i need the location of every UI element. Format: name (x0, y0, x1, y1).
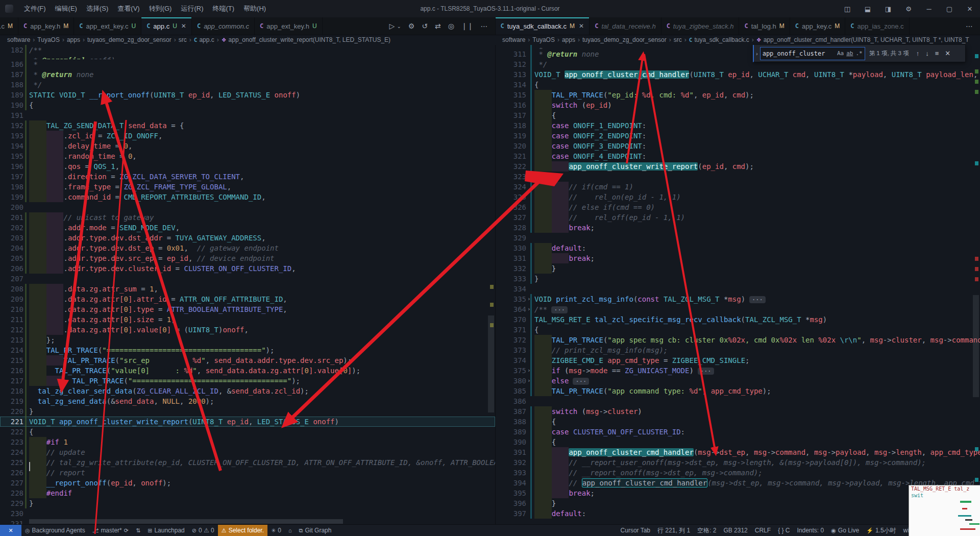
menu-终端[interactable]: 终端(T) (208, 0, 239, 17)
whole-word-icon[interactable]: ab (846, 50, 853, 57)
tab-app_common.c[interactable]: Capp_common.c (192, 17, 255, 35)
code-line-214: 214 TAL_PR_TRACE("======================… (0, 345, 495, 355)
gutter-modified-mark (530, 294, 532, 304)
breadcrumb-file[interactable]: app.c (199, 36, 214, 43)
toggle-panel-icon[interactable]: ⬓ (857, 0, 878, 17)
statusbar-label: GB 2312 (723, 527, 747, 534)
statusbar-cursor-tab[interactable]: Cursor Tab (617, 525, 654, 536)
statusbar-git-graph[interactable]: ⧉Git Graph (296, 525, 335, 536)
tab-o_key.c[interactable]: Co_key.cM (0, 17, 18, 35)
statusbar-eol[interactable]: CRLF (751, 525, 774, 536)
breadcrumb-item[interactable]: software (7, 36, 30, 43)
tab-close-icon[interactable]: ✕ (181, 22, 186, 30)
breadcrumb-item[interactable]: tuyaos_demo_zg_door_sensor (87, 36, 172, 43)
statusbar-launchpad[interactable]: ⊞Launchpad (144, 525, 188, 536)
find-in-selection-icon[interactable]: ≡ (935, 50, 939, 57)
menu-转到[interactable]: 转到(G) (144, 0, 177, 17)
code-line-206: 206 .addr.type.dev.cluster_id = CLUSTER_… (0, 263, 495, 274)
breadcrumb-item[interactable]: src (179, 36, 187, 43)
tab-label: tuya_zigbee_stack.h (673, 22, 734, 30)
tab-app_ias_zone.c[interactable]: Capp_ias_zone.c (845, 17, 909, 35)
gear-icon[interactable]: ⚙ (408, 22, 415, 30)
statusbar-indents[interactable]: Indents: 0 (793, 525, 827, 536)
statusbar-background-agents[interactable]: ◎Background Agents (21, 525, 89, 536)
statusbar-encoding[interactable]: GB 2312 (720, 525, 751, 536)
breadcrumb-symbol[interactable]: app_onoff_cluster_write_report(UINT8_T, … (229, 36, 390, 43)
tab-tal_log.h[interactable]: Ctal_log.hM (739, 17, 790, 35)
find-expand-chevron-icon[interactable]: › (754, 51, 760, 57)
statusbar-counter[interactable]: ✳0 (267, 525, 285, 536)
line-number: 224 (0, 447, 23, 457)
code-line-314: 314{ (496, 80, 980, 90)
minimize-icon[interactable]: ─ (919, 0, 939, 17)
line-number: 334 (498, 284, 526, 294)
find-close-icon[interactable]: ✕ (945, 50, 950, 57)
menu-文件[interactable]: 文件(F) (19, 0, 51, 17)
run-play-icon[interactable]: ▷ (389, 22, 395, 30)
breadcrumb-item[interactable]: software (502, 36, 525, 43)
toggle-secondary-sidebar-icon[interactable]: ◨ (878, 0, 898, 17)
overview-ruler-mark (490, 285, 494, 289)
chevron-down-icon[interactable]: ⌄ (397, 23, 401, 29)
menu-查看[interactable]: 查看(V) (113, 0, 144, 17)
statusbar-indentation[interactable]: 空格: 2 (694, 525, 720, 536)
regex-icon[interactable]: .* (855, 50, 862, 57)
horizontal-scrollbar[interactable] (29, 519, 343, 524)
breadcrumb-item[interactable]: apps (562, 36, 575, 43)
statusbar-sync-arrows[interactable]: ⇅ (132, 525, 144, 536)
statusbar-remote-indicator[interactable]: ✕ (0, 525, 21, 536)
breadcrumb-item[interactable]: tuyaos_demo_zg_door_sensor (582, 36, 667, 43)
gutter-modified-mark (25, 366, 27, 376)
settings-gear-icon[interactable]: ⚙ (898, 0, 919, 17)
tab-tal_data_receive.h[interactable]: Ctal_data_receive.h (590, 17, 661, 35)
history-icon[interactable]: ↺ (422, 22, 428, 30)
statusbar-time-tracker[interactable]: ⚡1.5小时 (863, 525, 899, 536)
match-case-icon[interactable]: Aa (837, 50, 844, 57)
record-icon[interactable]: ◎ (448, 22, 454, 30)
editor-left[interactable]: 182/** * @param[in] onoff)186 *187 * @re… (0, 45, 496, 525)
ellipsis-icon[interactable]: ⋯ (966, 22, 973, 30)
statusbar-go-live[interactable]: ◉Go Live (827, 525, 863, 536)
tab-tuya_sdk_callback.c[interactable]: Ctuya_sdk_callback.cM✕ (496, 17, 590, 35)
menu-帮助[interactable]: 帮助(H) (239, 0, 271, 17)
tab-tuya_zigbee_stack.h[interactable]: Ctuya_zigbee_stack.h (662, 17, 740, 35)
breadcrumb-left[interactable]: software›TuyaOS›apps›tuyaos_demo_zg_door… (7, 35, 487, 45)
breadcrumb-symbol[interactable]: app_onoff_cluster_cmd_handler(UINT8_T, U… (764, 36, 969, 43)
statusbar-home[interactable]: ⌂ (285, 525, 296, 536)
close-icon[interactable]: ✕ (960, 0, 980, 17)
menu-运行[interactable]: 运行(R) (176, 0, 208, 17)
statusbar-select-folder-warning[interactable]: ⚠Select folder. (218, 525, 267, 536)
vertical-scrollbar[interactable] (488, 315, 494, 412)
breadcrumb-item[interactable]: TuyaOS (532, 36, 555, 43)
editor-right[interactable]: *311 * @return none312 */313VOID_T app_o… (496, 45, 980, 525)
menu-编辑[interactable]: 编辑(E) (51, 0, 82, 17)
tab-app_key.c[interactable]: Capp_key.cM (790, 17, 846, 35)
statusbar-problems[interactable]: ⊘0 ⚠ 0 (188, 525, 218, 536)
statusbar-git-branch[interactable]: ⎇master*⟳ (89, 525, 132, 536)
breadcrumb-right[interactable]: software›TuyaOS›apps›tuyaos_demo_zg_door… (502, 35, 980, 45)
breadcrumb-item[interactable]: apps (67, 36, 80, 43)
statusbar-cursor-position[interactable]: 行 221, 列 1 (654, 525, 694, 536)
tab-app_ext_key.h[interactable]: Capp_ext_key.hU (255, 17, 323, 35)
find-next-icon[interactable]: ↓ (925, 50, 929, 57)
breadcrumb-item[interactable]: TuyaOS (37, 36, 60, 43)
find-input[interactable]: app_onoff_cluster Aa ab .* (760, 47, 865, 60)
restore-icon[interactable]: ▢ (939, 0, 960, 17)
breadcrumb-file[interactable]: tuya_sdk_callback.c (694, 36, 749, 43)
vertical-scrollbar[interactable] (973, 295, 979, 397)
line-number: 208 (0, 284, 23, 294)
tab-close-icon[interactable]: ✕ (579, 22, 584, 30)
compare-changes-icon[interactable]: ⇄ (435, 22, 441, 30)
breadcrumb-item[interactable]: src (674, 36, 682, 43)
tab-app.c[interactable]: Capp.cU✕ (141, 17, 192, 35)
find-prev-icon[interactable]: ↑ (916, 50, 920, 57)
ellipsis-icon[interactable]: ⋯ (481, 22, 488, 30)
tab-app_ext_key.c[interactable]: Capp_ext_key.cU (74, 17, 141, 35)
menu-选择[interactable]: 选择(S) (82, 0, 113, 17)
toggle-sidebar-icon[interactable]: ◫ (837, 0, 857, 17)
tab-app_key.h[interactable]: Capp_key.hM (18, 17, 74, 35)
code-line-208: 208 .data.zg.attr_sum = 1, (0, 284, 495, 294)
statusbar-language-mode[interactable]: { } C (774, 525, 793, 536)
remote-indicator-icon: ✕ (8, 527, 13, 534)
split-editor-icon[interactable]: ❘❘ (461, 22, 473, 30)
